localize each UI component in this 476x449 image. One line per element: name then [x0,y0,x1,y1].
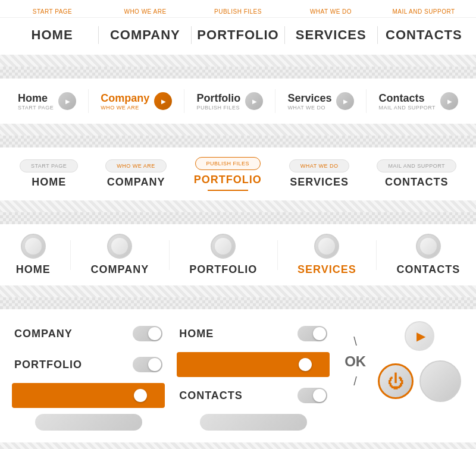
nav3-services[interactable]: WHAT WE DO SERVICES [289,159,350,189]
nav4-company[interactable]: COMPANY [91,234,149,276]
nav1-company[interactable]: COMPANY [99,27,191,43]
play-button-large[interactable] [405,321,434,351]
nav4-portfolio-label: PORTFOLIO [189,263,257,276]
nav1-sub-services: WHAT WE DO [284,8,377,15]
nav4-portfolio-circle[interactable] [211,234,236,259]
nav4-services-label: SERVICES [298,263,356,276]
nav2-portfolio-label: Portfolio [196,92,240,105]
nav3-contacts-pill: MAIL AND SUPPORT [377,159,456,172]
nav3-portfolio[interactable]: PUBLISH FILES PORTFOLIO [194,157,262,191]
toggle-active-left-switch[interactable] [133,388,162,403]
panel-mid: HOME CONTACTS [177,321,330,431]
large-circle-btn[interactable] [419,360,461,402]
toggle-home-switch[interactable] [298,326,327,341]
toggle-contacts-switch[interactable] [298,388,327,403]
toggle-active-left-knob [134,389,147,402]
nav4-services-circle[interactable] [314,234,339,259]
nav2-portfolio-arrow[interactable] [245,92,263,110]
toggle-active-mid-switch[interactable] [298,357,327,372]
gap-1 [0,67,476,79]
nav1-items: HOME COMPANY PORTFOLIO SERVICES CONTACTS [0,17,476,55]
nav1-subtitles: START PAGE WHO WE ARE PUBLISH FILES WHAT… [0,6,476,17]
nav2-divider-4 [366,89,367,113]
nav2-portfolio-sub: PUBLISH FILES [196,105,240,111]
nav1-home[interactable]: HOME [6,27,98,43]
nav4-company-label: COMPANY [91,263,149,276]
gap-3 [0,212,476,224]
toggle-row-home: HOME [177,321,330,346]
nav2-company[interactable]: Company WHO WE ARE [101,92,172,111]
toggle-row-active-left [12,383,165,408]
nav1-sub-portfolio: PUBLISH FILES [192,8,284,15]
nav1-sub-home: START PAGE [6,8,99,15]
nav4-company-circle[interactable] [107,234,132,259]
toggle-contacts-knob [313,389,326,402]
toggle-contacts-label: CONTACTS [179,390,243,402]
gap-4 [0,297,476,309]
toggle-company-knob [148,327,161,340]
nav4-divider-1 [70,240,71,270]
nav2-home-sub: START PAGE [18,105,54,111]
nav3-services-pill: WHAT WE DO [289,159,350,172]
bottom-pill-mid[interactable] [200,414,307,431]
nav2-home[interactable]: Home START PAGE [18,92,76,111]
nav2-services-label: Services [287,92,331,105]
nav2-company-arrow[interactable] [154,92,172,110]
toggle-portfolio-label: PORTFOLIO [14,359,82,371]
nav2-services-arrow[interactable] [336,92,354,110]
nav1-contacts[interactable]: CONTACTS [378,27,470,43]
nav3-company[interactable]: WHO WE ARE COMPANY [105,159,167,189]
nav2-portfolio[interactable]: Portfolio PUBLISH FILES [196,92,263,111]
nav3-home[interactable]: START PAGE HOME [20,159,78,189]
nav2-home-label: Home [18,92,54,105]
nav2-divider-1 [88,89,89,113]
nav1-portfolio[interactable]: PORTFOLIO [192,27,284,43]
nav-section-2: Home START PAGE Company WHO WE ARE Portf… [0,79,476,124]
nav3-services-label: SERVICES [290,176,349,189]
toggle-home-label: HOME [179,328,214,340]
power-button[interactable] [378,363,414,399]
bottom-pill-left[interactable] [35,414,142,431]
slash-text: \ [353,335,357,348]
toggle-row-contacts: CONTACTS [177,383,330,408]
nav1-sub-contacts: MAIL AND SUPPORT [377,8,470,15]
toggle-active-mid-knob [299,358,312,371]
nav3-home-label: HOME [32,176,66,189]
nav2-divider-2 [184,89,184,113]
toggle-portfolio-switch[interactable] [133,357,162,372]
nav-section-1: START PAGE WHO WE ARE PUBLISH FILES WHAT… [0,0,476,55]
nav2-contacts[interactable]: Contacts MAIL AND SUPPORT [378,92,458,111]
toggle-portfolio-knob [148,358,161,371]
nav4-home[interactable]: HOME [16,234,51,276]
toggle-row-portfolio: PORTFOLIO [12,352,165,377]
nav3-portfolio-label: PORTFOLIO [194,174,262,186]
nav2-contacts-arrow[interactable] [440,92,458,110]
panel-left: COMPANY PORTFOLIO [12,321,165,431]
toggle-company-label: COMPANY [14,328,73,340]
toggle-company-switch[interactable] [133,326,162,341]
nav2-contacts-sub: MAIL AND SUPPORT [378,105,436,111]
nav3-portfolio-pill: PUBLISH FILES [195,157,261,170]
nav2-home-arrow[interactable] [58,92,76,110]
nav4-contacts-label: CONTACTS [397,263,461,276]
nav2-company-sub: WHO WE ARE [101,105,149,111]
nav4-contacts-circle[interactable] [416,234,441,259]
nav4-divider-2 [169,240,170,270]
nav4-divider-3 [277,240,278,270]
nav2-contacts-label: Contacts [378,92,436,105]
nav-section-4: HOME COMPANY PORTFOLIO SERVICES CONTACTS [0,224,476,285]
toggle-home-knob [313,327,326,340]
nav3-contacts[interactable]: MAIL AND SUPPORT CONTACTS [377,159,456,189]
ok-text[interactable]: OK [345,353,366,370]
nav2-services[interactable]: Services WHAT WE DO [287,92,354,111]
nav3-portfolio-underline [208,190,248,191]
nav4-home-circle[interactable] [21,234,46,259]
nav4-portfolio[interactable]: PORTFOLIO [189,234,257,276]
slash-text-2: / [353,375,357,388]
nav4-services[interactable]: SERVICES [298,234,356,276]
nav4-contacts[interactable]: CONTACTS [397,234,461,276]
nav3-home-pill: START PAGE [20,159,78,172]
nav4-home-label: HOME [16,263,51,276]
nav2-services-sub: WHAT WE DO [287,105,331,111]
nav1-services[interactable]: SERVICES [285,27,377,43]
